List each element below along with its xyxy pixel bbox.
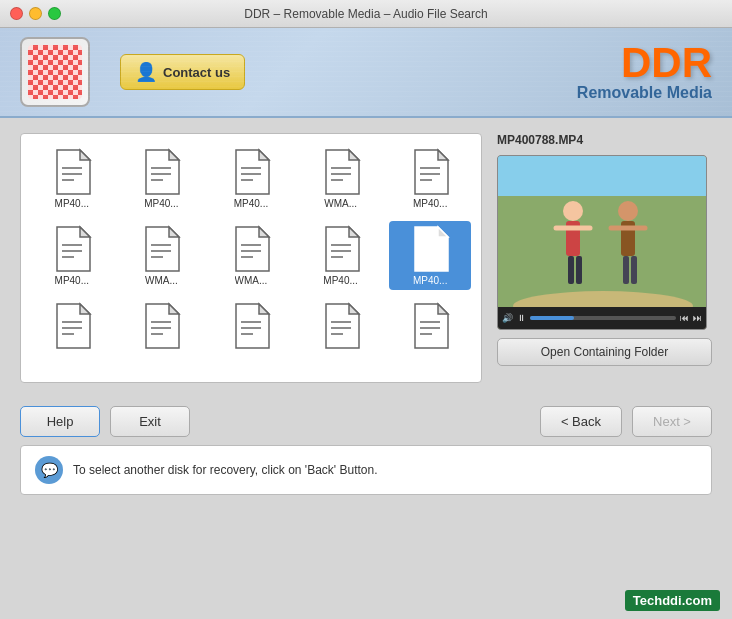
logo-icon [28,45,82,99]
file-grid-container[interactable]: MP40... MP40... MP40... WMA... MP40... [20,133,482,383]
file-item[interactable]: MP40... [31,144,113,213]
file-label: MP40... [413,198,447,209]
file-label: WMA... [145,275,178,286]
file-icon [321,302,361,350]
progress-bar[interactable] [530,316,676,320]
prev-frame-icon[interactable]: ⏮ [680,313,689,323]
file-icon [321,225,361,273]
svg-rect-56 [623,256,629,284]
window-controls[interactable] [10,7,61,20]
file-icon [141,148,181,196]
video-controls[interactable]: 🔊 ⏸ ⏮ ⏭ [498,307,706,329]
status-icon: 💬 [35,456,63,484]
file-label: MP40... [55,275,89,286]
file-item[interactable]: MP40... [31,221,113,290]
file-icon [231,302,271,350]
preview-panel: MP400788.MP4 [497,133,712,383]
brand-subtitle: Removable Media [577,84,712,102]
svg-point-48 [563,201,583,221]
file-icon [231,148,271,196]
file-icon [410,225,450,273]
header: 👤 Contact us DDR Removable Media [0,28,732,118]
file-icon [321,148,361,196]
brand-name: DDR [577,42,712,84]
file-icon [52,302,92,350]
file-item[interactable]: WMA... [121,221,203,290]
file-icon [141,225,181,273]
main-content: MP40... MP40... MP40... WMA... MP40... [0,118,732,398]
contact-button[interactable]: 👤 Contact us [120,54,245,90]
preview-video: 🔊 ⏸ ⏮ ⏭ [497,155,707,330]
file-item[interactable]: WMA... [210,221,292,290]
file-icon [52,148,92,196]
file-icon [141,302,181,350]
close-button[interactable] [10,7,23,20]
maximize-button[interactable] [48,7,61,20]
preview-filename: MP400788.MP4 [497,133,712,147]
file-item[interactable] [389,298,471,356]
file-item[interactable]: MP40... [300,221,382,290]
file-item[interactable]: MP40... [389,144,471,213]
preview-svg [498,156,707,309]
open-folder-button[interactable]: Open Containing Folder [497,338,712,366]
file-item[interactable]: WMA... [300,144,382,213]
file-icon [231,225,271,273]
minimize-button[interactable] [29,7,42,20]
brand: DDR Removable Media [577,42,712,102]
watermark: Techddi.com [625,590,720,611]
file-item[interactable]: MP40... [389,221,471,290]
file-label: WMA... [324,198,357,209]
file-item[interactable] [300,298,382,356]
play-pause-icon[interactable]: ⏸ [517,313,526,323]
file-grid: MP40... MP40... MP40... WMA... MP40... [31,144,471,356]
volume-icon[interactable]: 🔊 [502,313,513,323]
file-label: MP40... [413,275,447,286]
file-icon [410,148,450,196]
svg-rect-57 [631,256,637,284]
title-bar: DDR – Removable Media – Audio File Searc… [0,0,732,28]
file-label: MP40... [144,198,178,209]
file-label: MP40... [234,198,268,209]
svg-rect-52 [576,256,582,284]
window-title: DDR – Removable Media – Audio File Searc… [244,7,487,21]
nav-buttons: Help Exit < Back Next > [20,406,712,437]
status-message: To select another disk for recovery, cli… [73,463,378,477]
logo-box [20,37,90,107]
next-frame-icon[interactable]: ⏭ [693,313,702,323]
back-button[interactable]: < Back [540,406,622,437]
svg-point-53 [618,201,638,221]
preview-image [498,156,706,329]
file-item[interactable]: MP40... [121,144,203,213]
help-button[interactable]: Help [20,406,100,437]
file-item[interactable] [31,298,113,356]
file-label: MP40... [55,198,89,209]
status-bar: 💬 To select another disk for recovery, c… [20,445,712,495]
next-button[interactable]: Next > [632,406,712,437]
file-label: MP40... [323,275,357,286]
file-icon [52,225,92,273]
contact-icon: 👤 [135,61,157,83]
svg-rect-51 [568,256,574,284]
exit-button[interactable]: Exit [110,406,190,437]
contact-label: Contact us [163,65,230,80]
bottom-section: Help Exit < Back Next > [0,398,732,445]
file-item[interactable] [210,298,292,356]
file-item[interactable] [121,298,203,356]
file-label: WMA... [235,275,268,286]
progress-fill [530,316,574,320]
file-icon [410,302,450,350]
file-item[interactable]: MP40... [210,144,292,213]
